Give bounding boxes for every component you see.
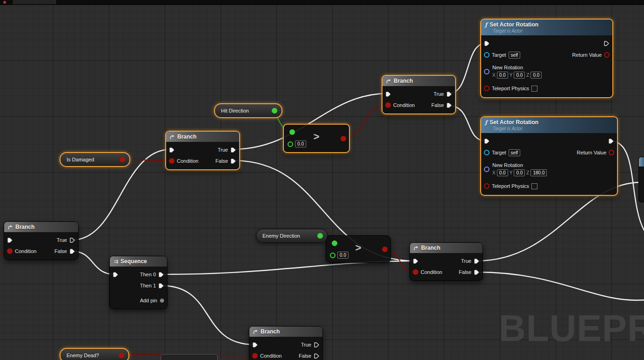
node-header: Branch — [166, 132, 239, 142]
branch-icon — [8, 225, 13, 230]
teleport-physics-pin[interactable] — [484, 86, 490, 91]
sequence-node[interactable]: ⇉ Sequence Then 0 Then 1 Add pin⊕ — [109, 256, 168, 309]
branch-node-right[interactable]: Branch True Condition False — [409, 242, 483, 281]
condition-pin-label: Condition — [15, 248, 36, 254]
condition-pin[interactable] — [169, 158, 174, 164]
condition-pin[interactable] — [413, 269, 418, 275]
variable-node-hit-direction[interactable]: Hit Direction — [214, 103, 282, 118]
target-value-input[interactable]: self — [509, 149, 521, 156]
output-pin[interactable] — [317, 233, 323, 239]
teleport-physics-pin[interactable] — [484, 183, 490, 189]
true-exec-pin[interactable] — [69, 237, 75, 243]
set-actor-rotation-node-2[interactable]: ƒ Set Actor Rotation Target is Actor Tar… — [480, 116, 618, 196]
result-pin[interactable] — [341, 136, 346, 141]
greater-than-operator: > — [326, 243, 390, 253]
output-pin[interactable] — [119, 353, 124, 358]
set-actor-rotation-node-1[interactable]: ƒ Set Actor Rotation Target is Actor Tar… — [480, 19, 613, 98]
target-value-input[interactable]: self — [509, 52, 521, 59]
false-exec-pin[interactable] — [69, 248, 75, 254]
new-rotation-pin[interactable] — [484, 69, 490, 74]
teleport-physics-label: Teleport Physics — [492, 86, 529, 91]
z-axis-label: Z — [526, 170, 529, 175]
node-header: Branch — [249, 327, 322, 337]
z-value-input[interactable]: 180.0 — [530, 169, 547, 176]
y-value-input[interactable]: 0.0 — [514, 72, 525, 79]
variable-label: Is Damaged — [67, 157, 94, 162]
exec-in-pin[interactable] — [7, 237, 13, 243]
b-input-pin[interactable] — [330, 253, 335, 258]
variable-label: Enemy Direction — [262, 233, 300, 239]
return-value-pin[interactable] — [604, 52, 610, 58]
false-exec-pin[interactable] — [446, 102, 452, 108]
b-input-pin[interactable] — [288, 141, 293, 147]
x-value-input[interactable]: 0.0 — [497, 72, 508, 79]
target-pin-label: Target — [492, 52, 506, 58]
new-rotation-label: New Rotation — [492, 162, 547, 168]
z-value-input[interactable]: 0.0 — [530, 72, 542, 79]
true-exec-pin[interactable] — [446, 91, 452, 97]
result-pin[interactable] — [382, 247, 388, 252]
status-dot-icon — [3, 1, 6, 4]
exec-out-pin[interactable] — [604, 40, 610, 47]
false-pin-label: False — [431, 102, 444, 108]
condition-pin[interactable] — [7, 248, 13, 254]
condition-pin[interactable] — [385, 102, 391, 108]
false-exec-pin[interactable] — [230, 158, 236, 164]
exec-in-pin[interactable] — [413, 258, 419, 264]
blueprint-watermark: BLUEPRI — [499, 307, 644, 350]
teleport-physics-checkbox[interactable] — [531, 183, 537, 189]
add-pin-label: Add pin — [140, 298, 157, 303]
condition-pin-label: Condition — [177, 158, 198, 164]
false-exec-pin[interactable] — [314, 353, 320, 359]
y-axis-label: Y — [510, 170, 513, 175]
false-pin-label: False — [54, 248, 67, 254]
y-value-input[interactable]: 0.0 — [514, 169, 525, 176]
blueprint-graph-canvas[interactable]: BLUEPRI ƒ — [0, 0, 644, 360]
then-0-exec-pin[interactable] — [158, 272, 164, 278]
exec-in-pin[interactable] — [385, 91, 391, 97]
false-exec-pin[interactable] — [474, 269, 480, 275]
then-1-exec-pin[interactable] — [158, 283, 164, 289]
exec-out-pin[interactable] — [608, 138, 614, 144]
exec-in-pin[interactable] — [169, 147, 175, 153]
variable-node-enemy-direction[interactable]: Enemy Direction — [256, 229, 328, 243]
node-header: ƒ Set Actor Rotation Target is Actor — [481, 117, 617, 133]
variable-node-is-damaged[interactable]: Is Damaged — [60, 152, 130, 167]
true-exec-pin[interactable] — [230, 147, 236, 153]
y-axis-label: Y — [510, 73, 513, 78]
variable-node-enemy-dead[interactable]: Enemy Dead? — [60, 348, 129, 360]
exec-in-pin[interactable] — [113, 272, 119, 278]
true-exec-pin[interactable] — [314, 342, 320, 348]
true-exec-pin[interactable] — [474, 258, 480, 264]
return-value-label: Return Value — [572, 52, 602, 58]
output-pin[interactable] — [120, 157, 125, 162]
node-header: Branch — [410, 243, 483, 253]
branch-node-top[interactable]: Branch True Condition False — [382, 75, 456, 114]
branch-node-mid[interactable]: Branch True Condition False — [165, 131, 240, 170]
target-pin[interactable] — [484, 52, 490, 58]
x-value-input[interactable]: 0.0 — [497, 169, 508, 176]
condition-pin[interactable] — [252, 353, 258, 359]
return-value-pin[interactable] — [609, 150, 614, 155]
partial-node-bottom[interactable] — [161, 354, 218, 360]
branch-node-left[interactable]: Branch True Condition False — [4, 221, 79, 260]
exec-in-pin[interactable] — [484, 138, 490, 144]
node-subtitle: Target is Actor — [493, 126, 613, 131]
top-bar — [0, 0, 644, 5]
teleport-physics-checkbox[interactable] — [531, 86, 537, 92]
output-pin[interactable] — [272, 108, 277, 113]
function-icon: ƒ — [485, 119, 487, 126]
node-header: Branch — [382, 76, 455, 87]
greater-than-node-2[interactable]: 0.0 > — [326, 235, 391, 263]
partial-node-right-edge[interactable] — [638, 157, 644, 202]
add-pin-button[interactable]: Add pin⊕ — [140, 297, 164, 304]
exec-in-pin[interactable] — [484, 40, 490, 47]
sequence-icon: ⇉ — [114, 258, 118, 265]
new-rotation-pin[interactable] — [484, 167, 490, 172]
editor-tab[interactable] — [12, 0, 57, 4]
false-pin-label: False — [459, 269, 471, 275]
exec-in-pin[interactable] — [252, 342, 258, 348]
greater-than-node-1[interactable]: 0.0 > — [283, 124, 350, 153]
target-pin[interactable] — [484, 150, 490, 155]
branch-node-bottom[interactable]: Branch True Condition False — [249, 326, 323, 360]
